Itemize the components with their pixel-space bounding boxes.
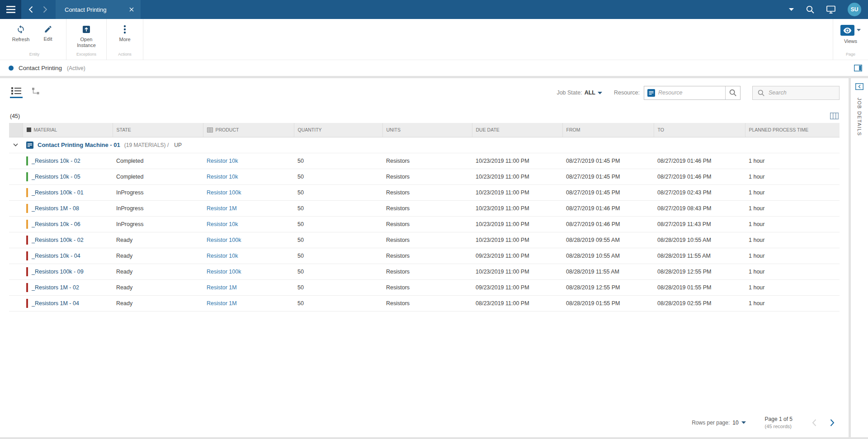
table-row[interactable]: _Resistors 100k - 09 Ready Resistor 100k…	[9, 264, 840, 279]
material-link[interactable]: _Resistors 1M - 02	[32, 284, 79, 291]
refresh-button[interactable]: Refresh	[7, 21, 34, 42]
product-link[interactable]: Resistor 10k	[207, 253, 238, 259]
column-header-product[interactable]: PRODUCT	[203, 123, 294, 137]
table-row[interactable]: _Resistors 10k - 02 Completed Resistor 1…	[9, 153, 840, 169]
entity-header: Contact Printing (Active)	[0, 60, 868, 76]
resource-icon	[644, 89, 658, 97]
product-link[interactable]: Resistor 10k	[207, 158, 238, 164]
column-header-planned-process-time[interactable]: PLANNED PROCESS TIME	[745, 123, 840, 137]
material-link[interactable]: _Resistors 10k - 04	[32, 253, 80, 259]
job-state-filter[interactable]: Job State: ALL	[557, 90, 602, 96]
collapse-group-button[interactable]	[13, 143, 18, 146]
product-cell: Resistor 100k	[203, 264, 294, 279]
open-instance-button[interactable]: Open Instance	[71, 21, 102, 48]
prev-page-button[interactable]	[811, 419, 817, 427]
column-header-due-date[interactable]: DUE DATE	[472, 123, 562, 137]
resource-link[interactable]: Contact Printing Machine - 01	[38, 142, 120, 148]
search-input[interactable]	[769, 90, 834, 96]
material-link[interactable]: _Resistors 100k - 02	[32, 237, 84, 243]
table-row[interactable]: _Resistors 10k - 04 Ready Resistor 10k 5…	[9, 248, 840, 264]
next-page-button[interactable]	[830, 419, 835, 427]
table-row[interactable]: _Resistors 1M - 04 Ready Resistor 1M 50 …	[9, 295, 840, 311]
material-link[interactable]: _Resistors 1M - 04	[32, 300, 79, 307]
toolbar-group-label-entity: Entity	[7, 51, 61, 59]
planned-process-time-cell: 1 hour	[745, 279, 840, 295]
page-indicator: Page 1 of 5	[765, 415, 793, 423]
product-link[interactable]: Resistor 100k	[207, 269, 241, 275]
state-cell: InProgress	[113, 216, 203, 232]
material-link[interactable]: _Resistors 100k - 09	[32, 269, 84, 275]
view-toggles	[9, 87, 42, 98]
more-button[interactable]: More	[111, 21, 138, 42]
product-link[interactable]: Resistor 100k	[207, 237, 241, 243]
tree-view-toggle[interactable]	[30, 87, 42, 98]
column-header-to[interactable]: TO	[654, 123, 745, 137]
units-cell: Resistors	[382, 184, 472, 200]
monitor-button[interactable]	[826, 5, 835, 14]
menu-button[interactable]	[0, 0, 21, 19]
content-row: Job State: ALL Resource:	[0, 78, 868, 437]
table-row[interactable]: _Resistors 10k - 06 InProgress Resistor …	[9, 216, 840, 232]
material-link[interactable]: _Resistors 10k - 02	[32, 158, 80, 164]
search-icon	[806, 5, 814, 14]
state-cell: Ready	[113, 295, 203, 311]
product-link[interactable]: Resistor 1M	[207, 284, 237, 291]
global-search-button[interactable]	[806, 5, 814, 14]
column-chooser-button[interactable]	[830, 113, 839, 119]
table-row[interactable]: _Resistors 1M - 08 InProgress Resistor 1…	[9, 200, 840, 216]
units-cell: Resistors	[382, 279, 472, 295]
to-cell: 08/27/2019 08:43 PM	[654, 200, 745, 216]
resource-group-row[interactable]: Contact Printing Machine - 01 (19 MATERI…	[9, 137, 840, 153]
product-link[interactable]: Resistor 10k	[207, 221, 238, 227]
close-icon[interactable]	[129, 7, 134, 12]
column-header-from[interactable]: FROM	[562, 123, 654, 137]
layout-panel-button[interactable]	[854, 65, 862, 71]
state-cell: Completed	[113, 153, 203, 169]
machine-icon	[26, 142, 33, 149]
product-link[interactable]: Resistor 100k	[207, 189, 241, 196]
avatar[interactable]: SU	[848, 3, 861, 16]
job-details-tab[interactable]: JOB DETAILS	[857, 98, 862, 136]
list-view-toggle[interactable]	[10, 87, 23, 98]
resource-input[interactable]	[658, 90, 725, 96]
material-link[interactable]: _Resistors 10k - 06	[32, 221, 80, 227]
column-header-material[interactable]: MATERIAL	[23, 123, 113, 137]
records-indicator: (45 records)	[765, 423, 793, 430]
table-row[interactable]: _Resistors 10k - 05 Completed Resistor 1…	[9, 169, 840, 184]
column-header-state[interactable]: STATE	[113, 123, 203, 137]
column-header-units[interactable]: UNITS	[382, 123, 472, 137]
due-date-cell: 10/23/2019 11:00 PM	[472, 200, 562, 216]
job-details-rail: JOB DETAILS	[851, 78, 868, 437]
back-button[interactable]	[28, 6, 33, 13]
units-cell: Resistors	[382, 232, 472, 248]
from-cell: 08/28/2019 11:55 AM	[562, 264, 654, 279]
views-button[interactable]: Views	[840, 21, 861, 44]
due-date-cell: 09/23/2019 11:00 PM	[472, 279, 562, 295]
toolbar: Refresh Edit Entity Open Instance Except…	[0, 19, 868, 60]
product-link[interactable]: Resistor 1M	[207, 205, 237, 212]
material-link[interactable]: _Resistors 100k - 01	[32, 189, 84, 196]
edit-button[interactable]: Edit	[34, 21, 61, 42]
material-link[interactable]: _Resistors 10k - 05	[32, 174, 80, 180]
more-icon	[123, 25, 126, 34]
toolbar-group-actions: More Actions	[107, 19, 143, 60]
to-cell: 08/28/2019 11:55 AM	[654, 248, 745, 264]
material-link[interactable]: _Resistors 1M - 08	[32, 205, 79, 212]
material-cell: _Resistors 10k - 02	[23, 153, 113, 169]
tab-list-dropdown-button[interactable]	[789, 8, 794, 11]
table-row[interactable]: _Resistors 100k - 01 InProgress Resistor…	[9, 184, 840, 200]
jobs-table: MATERIAL STATE PRODUCT QUANTITY UNITS DU…	[9, 123, 840, 312]
tab-contact-printing[interactable]: Contact Printing	[56, 0, 141, 19]
product-link[interactable]: Resistor 10k	[207, 174, 238, 180]
table-row[interactable]: _Resistors 100k - 02 Ready Resistor 100k…	[9, 232, 840, 248]
forward-button[interactable]	[43, 6, 47, 13]
list-view-icon	[11, 87, 21, 94]
materials-count: (19 MATERIALS) /	[124, 142, 169, 148]
product-link[interactable]: Resistor 1M	[207, 300, 237, 307]
table-row[interactable]: _Resistors 1M - 02 Ready Resistor 1M 50 …	[9, 279, 840, 295]
column-header-quantity[interactable]: QUANTITY	[294, 123, 382, 137]
resource-search-button[interactable]	[725, 86, 740, 99]
state-color-bar	[26, 267, 28, 276]
rows-per-page-select[interactable]: Rows per page: 10	[692, 420, 745, 426]
dock-panel-button[interactable]	[855, 83, 863, 90]
